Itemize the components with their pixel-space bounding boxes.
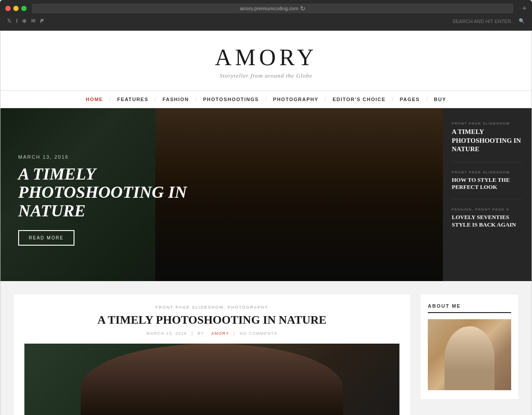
site-header: AMORY Storyteller from around the Globe bbox=[0, 31, 532, 91]
sidebar-divider bbox=[452, 199, 523, 200]
nav-item-photography[interactable]: PHOTOGRAPHY bbox=[267, 97, 325, 102]
nav-item-fashion[interactable]: FASHION bbox=[156, 97, 195, 102]
article-title[interactable]: A TIMELY PHOTOSHOOTING IN NATURE bbox=[24, 313, 399, 327]
twitter-icon[interactable]: 𝕏 bbox=[7, 18, 12, 24]
read-more-button[interactable]: READ MORE bbox=[18, 230, 74, 246]
sidebar-item-category: FRONT PAGE SLIDESHOW bbox=[452, 121, 523, 125]
facebook-icon[interactable]: f bbox=[16, 18, 18, 24]
sidebar-item-3: FASHION, FRONT PAGE S LOVELY SEVENTIES S… bbox=[452, 208, 523, 229]
sidebar-item-category: FASHION, FRONT PAGE S bbox=[452, 208, 523, 211]
article-meta: MARCH 13, 2016 | BY AMORY | NO COMMENTS bbox=[24, 331, 399, 336]
nav-item-features[interactable]: FEATURES bbox=[111, 97, 154, 102]
meta-separator: | bbox=[192, 331, 193, 336]
about-sidebar: ABOUT ME bbox=[421, 294, 518, 415]
search-placeholder-text: SEARCH AND HIT ENTER... bbox=[452, 19, 515, 24]
minimize-button[interactable] bbox=[13, 6, 19, 11]
social-icons: 𝕏 f ⊕ ✉ 𝙋 bbox=[7, 18, 43, 24]
about-title: ABOUT ME bbox=[428, 303, 511, 313]
sidebar-item-title[interactable]: LOVELY SEVENTIES STYLE IS BACK AGAIN bbox=[452, 214, 523, 229]
hero-section: MARCH 13, 2016 A TIMELY PHOTOSHOOTING IN… bbox=[0, 108, 532, 281]
sidebar-divider bbox=[452, 162, 523, 162]
site-nav: HOME / FEATURES / FASHION / PHOTOSHOOTIN… bbox=[0, 91, 532, 108]
about-person-image bbox=[445, 326, 495, 390]
search-icon[interactable]: 🔍 bbox=[519, 18, 525, 24]
nav-item-editors-choice[interactable]: EDITOR'S CHOICE bbox=[326, 97, 392, 102]
site-title[interactable]: AMORY bbox=[9, 44, 523, 70]
sidebar-item-title[interactable]: HOW TO STYLE THE PERFECT LOOK bbox=[452, 176, 523, 192]
sidebar-item-title[interactable]: A TIMELY PHOTOSHOOTING IN NATURE bbox=[452, 128, 523, 154]
close-button[interactable] bbox=[5, 6, 11, 11]
meta-separator: | bbox=[234, 331, 235, 336]
article-date: MARCH 13, 2016 bbox=[146, 331, 187, 336]
browser-window: amory.premiumcoding.com ↻ + 𝕏 f ⊕ ✉ 𝙋 SE… bbox=[0, 0, 532, 31]
nav-item-buy[interactable]: BUY bbox=[428, 97, 453, 102]
hero-sidebar: FRONT PAGE SLIDESHOW A TIMELY PHOTOSHOOT… bbox=[443, 108, 532, 281]
by-label: BY bbox=[198, 331, 204, 336]
refresh-icon[interactable]: ↻ bbox=[300, 5, 305, 12]
hero-content: MARCH 13, 2016 A TIMELY PHOTOSHOOTING IN… bbox=[18, 154, 204, 246]
sidebar-featured-item: FRONT PAGE SLIDESHOW A TIMELY PHOTOSHOOT… bbox=[452, 121, 523, 154]
url-text: amory.premiumcoding.com bbox=[240, 6, 298, 11]
pinterest-icon[interactable]: 𝙋 bbox=[40, 18, 43, 24]
nav-item-home[interactable]: HOME bbox=[79, 97, 109, 102]
instagram-icon[interactable]: ⊕ bbox=[22, 18, 27, 24]
new-tab-button[interactable]: + bbox=[522, 4, 527, 13]
browser-dots bbox=[5, 6, 27, 11]
hero-image: MARCH 13, 2016 A TIMELY PHOTOSHOOTING IN… bbox=[0, 108, 443, 281]
sidebar-item-2: FRONT PAGE SLIDESHOW HOW TO STYLE THE PE… bbox=[452, 170, 523, 192]
maximize-button[interactable] bbox=[21, 6, 27, 11]
site-subtitle: Storyteller from around the Globe bbox=[9, 72, 523, 79]
article-person-image bbox=[81, 344, 343, 415]
main-content: FRONT PAGE SLIDESHOW, PHOTOGRAPHY A TIME… bbox=[0, 281, 532, 415]
about-card: ABOUT ME bbox=[421, 294, 518, 399]
article-comments[interactable]: NO COMMENTS bbox=[240, 331, 278, 336]
hero-date: MARCH 13, 2016 bbox=[18, 154, 204, 160]
article-image bbox=[24, 344, 399, 415]
browser-search[interactable]: SEARCH AND HIT ENTER... 🔍 bbox=[452, 18, 525, 24]
nav-item-pages[interactable]: PAGES bbox=[394, 97, 426, 102]
address-bar[interactable]: amory.premiumcoding.com ↻ bbox=[32, 4, 513, 13]
email-icon[interactable]: ✉ bbox=[31, 18, 35, 24]
hero-title: A TIMELY PHOTOSHOOTING IN NATURE bbox=[18, 165, 204, 220]
article-categories: FRONT PAGE SLIDESHOW, PHOTOGRAPHY bbox=[24, 305, 399, 309]
article-card: FRONT PAGE SLIDESHOW, PHOTOGRAPHY A TIME… bbox=[14, 294, 410, 415]
website: AMORY Storyteller from around the Globe … bbox=[0, 31, 532, 415]
about-image bbox=[428, 319, 511, 390]
article-author[interactable]: AMORY bbox=[211, 331, 229, 336]
sidebar-item-category: FRONT PAGE SLIDESHOW bbox=[452, 170, 523, 174]
nav-item-photoshootings[interactable]: PHOTOSHOOTINGS bbox=[197, 97, 265, 102]
browser-toolbar: 𝕏 f ⊕ ✉ 𝙋 SEARCH AND HIT ENTER... 🔍 bbox=[0, 16, 532, 28]
